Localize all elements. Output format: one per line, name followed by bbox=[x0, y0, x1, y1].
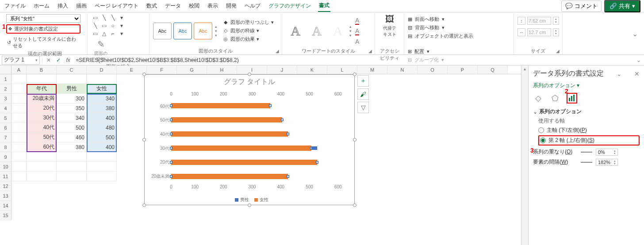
shape-line2-icon[interactable]: ╲ bbox=[109, 14, 117, 21]
shape-oval-icon[interactable]: ○ bbox=[109, 22, 117, 29]
shape-more-icon[interactable]: ▾ bbox=[118, 30, 126, 37]
bar-female[interactable] bbox=[171, 103, 270, 108]
row-header[interactable]: 15 bbox=[0, 211, 12, 220]
shape-arrow-down2-icon[interactable]: ▾ bbox=[118, 22, 126, 29]
bar-female[interactable] bbox=[171, 131, 288, 137]
cell[interactable]: 340 bbox=[57, 113, 87, 123]
col-header[interactable]: C bbox=[57, 65, 87, 74]
row-header[interactable]: 6 bbox=[0, 123, 12, 133]
height-spinner[interactable]: ▴▾ bbox=[553, 17, 559, 25]
row-header[interactable]: 2 bbox=[0, 84, 12, 94]
text-effects-icon[interactable]: A bbox=[355, 38, 359, 45]
resize-handle[interactable] bbox=[142, 203, 146, 207]
formula-input[interactable] bbox=[74, 57, 633, 63]
shape-style-preset-3[interactable]: Abc bbox=[194, 23, 212, 39]
shape-outline-button[interactable]: ◇図形の枠線 ▾ bbox=[222, 27, 274, 34]
resize-handle[interactable] bbox=[353, 73, 356, 76]
shape-triangle-icon[interactable]: △ bbox=[100, 30, 108, 37]
menu-file[interactable]: ファイル bbox=[4, 0, 27, 11]
text-outline-icon[interactable]: A bbox=[355, 27, 359, 35]
pane-close-button[interactable]: ✕ bbox=[634, 70, 640, 77]
shape-textbox-icon[interactable]: ▭ bbox=[91, 14, 99, 21]
chart-filter-button[interactable]: ▽ bbox=[357, 102, 369, 113]
align-button[interactable]: ⊞配置 ▾ bbox=[408, 48, 444, 55]
scroll-up-icon[interactable]: ▴ bbox=[524, 66, 526, 71]
col-header[interactable]: Q bbox=[478, 65, 508, 74]
resize-handle[interactable] bbox=[353, 203, 356, 207]
shape-line-icon[interactable]: ╲ bbox=[100, 14, 108, 21]
width-spinner[interactable]: ▴▾ bbox=[553, 28, 559, 36]
text-fill-icon[interactable]: A bbox=[355, 17, 359, 25]
gap-slider[interactable] bbox=[581, 159, 592, 165]
cell[interactable]: 380 bbox=[57, 142, 87, 152]
col-header[interactable]: O bbox=[418, 65, 448, 74]
fx-button[interactable]: fx bbox=[64, 57, 72, 63]
row-header[interactable]: 8 bbox=[0, 142, 12, 152]
col-header[interactable]: K bbox=[297, 65, 327, 74]
bar-female[interactable] bbox=[171, 117, 282, 122]
cell[interactable]: 460 bbox=[57, 133, 87, 142]
chart-title[interactable]: グラフ タイトル bbox=[145, 75, 354, 87]
shape-rect-icon[interactable]: ▭ bbox=[100, 22, 108, 29]
cell[interactable]: 500 bbox=[57, 123, 87, 133]
send-backward-button[interactable]: ▧背面へ移動 ▾ bbox=[408, 24, 473, 31]
col-header[interactable]: D bbox=[87, 65, 117, 74]
chart-object[interactable]: グラフ タイトル 0100200300400500600 01002003004… bbox=[144, 74, 355, 205]
formula-bar-expand[interactable]: ⌄ bbox=[635, 57, 642, 63]
vertical-scrollbar[interactable]: ▴ bbox=[521, 65, 528, 245]
resize-handle[interactable] bbox=[353, 138, 356, 142]
cell[interactable]: 20代 bbox=[27, 103, 57, 113]
group-button[interactable]: ⊟グループ化 ▾ bbox=[408, 57, 444, 63]
reset-style-button[interactable]: ↺ リセットしてスタイルに合わせる bbox=[6, 35, 80, 50]
col-header[interactable]: B bbox=[27, 65, 57, 74]
bring-forward-button[interactable]: ▦前面へ移動 ▾ bbox=[408, 16, 473, 23]
plot-area[interactable]: 0100200300400500600 0100200300400500600 … bbox=[171, 100, 345, 184]
overlap-slider[interactable] bbox=[581, 149, 592, 155]
menu-review[interactable]: 校閲 bbox=[188, 0, 200, 11]
bar-female[interactable] bbox=[171, 174, 288, 179]
col-header[interactable]: E bbox=[117, 65, 147, 74]
resize-handle[interactable] bbox=[142, 73, 146, 76]
cell[interactable]: 500 bbox=[87, 133, 117, 142]
menu-format[interactable]: 書式 bbox=[318, 0, 330, 12]
row-header[interactable]: 5 bbox=[0, 113, 12, 123]
shape-connector-icon[interactable]: ⌐ bbox=[109, 30, 117, 37]
row-header[interactable]: 14 bbox=[0, 201, 12, 211]
menu-home[interactable]: ホーム bbox=[33, 0, 50, 11]
row-header[interactable]: 11 bbox=[0, 172, 12, 181]
category-axis[interactable]: 60代 50代 40代 30代 20代 20歳未満 bbox=[147, 100, 169, 184]
share-button[interactable]: 🔗 共有 ▾ bbox=[604, 0, 640, 12]
shape-styles-launcher[interactable]: ◢ bbox=[276, 49, 281, 54]
effects-tab-icon[interactable]: ⬠ bbox=[550, 93, 560, 103]
col-header[interactable]: F bbox=[147, 65, 177, 74]
pane-options-button[interactable]: ⌄ bbox=[617, 70, 622, 77]
chart-elements-button[interactable]: ＋ bbox=[357, 75, 369, 87]
resize-handle[interactable] bbox=[142, 138, 146, 142]
cell[interactable]: 男性 bbox=[57, 84, 87, 94]
resize-handle[interactable] bbox=[248, 73, 251, 76]
shape-rect2-icon[interactable]: ▭ bbox=[91, 30, 99, 37]
shape-fill-button[interactable]: ◆図形の塗りつぶし ▾ bbox=[222, 19, 274, 26]
menu-page-layout[interactable]: ページ レイアウト bbox=[94, 0, 139, 11]
cell[interactable]: 340 bbox=[87, 94, 117, 103]
shape-style-preset-1[interactable]: Abc bbox=[153, 23, 172, 39]
col-header[interactable]: G bbox=[177, 65, 207, 74]
cell[interactable]: 480 bbox=[87, 123, 117, 133]
cell[interactable]: 350 bbox=[57, 103, 87, 113]
style-more-icon[interactable]: ▾ bbox=[215, 33, 217, 38]
size-launcher[interactable]: ◢ bbox=[556, 49, 561, 54]
col-header[interactable]: I bbox=[237, 65, 267, 74]
wordart-launcher[interactable]: ◢ bbox=[368, 49, 374, 54]
select-all-corner[interactable] bbox=[0, 65, 12, 74]
resize-handle[interactable] bbox=[248, 203, 251, 207]
menu-formulas[interactable]: 数式 bbox=[146, 0, 158, 11]
cell[interactable]: 60代 bbox=[27, 142, 57, 152]
cell[interactable]: 30代 bbox=[27, 113, 57, 123]
row-header[interactable]: 9 bbox=[0, 152, 12, 162]
shape-effects-button[interactable]: ◎図形の効果 ▾ bbox=[222, 36, 274, 42]
format-selection-button[interactable]: ❖ 選択対象の書式設定 bbox=[6, 24, 80, 34]
primary-axis[interactable]: 0100200300400500600 bbox=[171, 184, 345, 191]
row-header[interactable]: 13 bbox=[0, 191, 12, 201]
cell[interactable]: 40代 bbox=[27, 123, 57, 133]
shape-line3-icon[interactable]: ╲ bbox=[91, 22, 99, 29]
